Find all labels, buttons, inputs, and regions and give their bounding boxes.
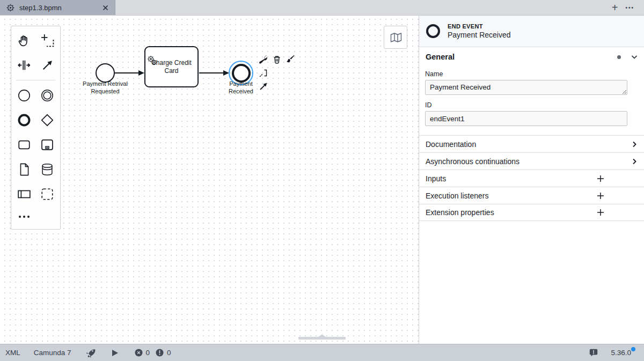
tab-step1-3-bpmn[interactable]: step1.3.bpmn [0, 0, 115, 15]
space-tool[interactable] [12, 53, 36, 77]
sequence-flows [0, 16, 419, 344]
wrench-icon[interactable] [259, 55, 268, 64]
create-participant[interactable] [12, 182, 36, 207]
deploy-rocket-icon[interactable] [86, 348, 96, 358]
feedback-icon[interactable] [589, 349, 598, 357]
map-icon [389, 31, 402, 44]
id-input[interactable] [425, 111, 627, 126]
name-field-group: Name Payment Received [425, 70, 638, 97]
group-general-title: General [426, 53, 455, 61]
error-count: 0 [146, 349, 150, 357]
plus-icon[interactable] [597, 175, 604, 182]
error-icon [135, 349, 143, 357]
new-tab-button[interactable]: + [612, 2, 618, 13]
section-extension-properties[interactable]: Extension properties [419, 204, 644, 221]
section-inputs[interactable]: Inputs [419, 170, 644, 187]
create-gateway[interactable] [36, 108, 60, 132]
chevron-right-icon[interactable] [632, 158, 637, 165]
create-start-event[interactable] [12, 83, 36, 108]
status-bar-right: 5.36.0 [589, 349, 644, 357]
edited-dot [617, 55, 621, 59]
tab-bar-actions: + ••• [612, 0, 644, 15]
palette-separator [16, 80, 55, 80]
version-label: 5.36.0 [611, 349, 631, 357]
service-task-shape[interactable]: Charge Credit Card [144, 46, 199, 87]
update-available-dot [631, 347, 635, 351]
start-event-shape[interactable] [96, 63, 115, 83]
problems-indicator[interactable]: 0 0 [135, 349, 174, 357]
bottom-panel-resize-handle[interactable] [298, 337, 346, 340]
create-data-store[interactable] [36, 157, 60, 182]
end-event-icon [426, 24, 440, 38]
properties-panel: END EVENT Payment Received General Name … [419, 16, 644, 344]
create-data-object[interactable] [12, 157, 36, 182]
section-execution-listeners[interactable]: Execution listeners [419, 187, 644, 204]
create-subprocess[interactable] [36, 132, 60, 157]
warning-count: 0 [167, 349, 171, 357]
service-task-gears-icon [147, 48, 158, 74]
start-event-label: Payment Retrival Requested [73, 80, 137, 95]
name-input[interactable]: Payment Received [425, 80, 627, 95]
properties-header: END EVENT Payment Received [419, 16, 644, 47]
close-icon[interactable] [101, 4, 109, 12]
play-icon[interactable] [112, 349, 119, 357]
section-documentation[interactable]: Documentation [419, 135, 644, 152]
hand-tool[interactable] [12, 28, 36, 53]
plus-icon[interactable] [597, 209, 604, 216]
plus-icon[interactable] [597, 192, 604, 200]
element-name: Payment Received [448, 31, 511, 39]
connect-arrow-icon[interactable] [259, 82, 268, 91]
more-tools-icon[interactable] [12, 207, 59, 227]
tab-bar: step1.3.bpmn + ••• [0, 0, 644, 16]
end-event-shape[interactable] [232, 64, 251, 83]
chevron-right-icon[interactable] [632, 141, 637, 148]
id-field-label: ID [425, 101, 638, 109]
global-connect-tool[interactable] [36, 53, 60, 77]
tab-overflow-button[interactable]: ••• [625, 5, 634, 11]
version-indicator[interactable]: 5.36.0 [611, 349, 631, 357]
id-field-group: ID [425, 101, 638, 126]
section-asynchronous-continuations[interactable]: Asynchronous continuations [419, 152, 644, 170]
trash-icon[interactable] [272, 55, 281, 64]
diagram-canvas[interactable]: Payment Retrival Requested Charge Credit… [0, 16, 419, 344]
group-general[interactable]: General [419, 48, 644, 65]
engine-profile[interactable]: Camunda 7 [34, 349, 71, 357]
create-intermediate-event[interactable] [36, 83, 60, 108]
element-type: END EVENT [448, 23, 511, 30]
context-pad [259, 55, 296, 95]
warning-icon [156, 349, 164, 357]
xml-toggle[interactable]: XML [5, 349, 20, 357]
process-gear-icon [6, 4, 14, 12]
create-task[interactable] [12, 132, 36, 157]
lasso-tool[interactable] [36, 28, 60, 53]
minimap-toggle-button[interactable] [384, 26, 407, 49]
section-list: Documentation Asynchronous continuations… [419, 135, 644, 221]
text-annotation-icon[interactable] [259, 68, 268, 77]
camunda-modeler-window: step1.3.bpmn + ••• [0, 0, 644, 361]
tool-palette [11, 26, 61, 230]
tab-title: step1.3.bpmn [19, 4, 97, 12]
chevron-down-icon[interactable] [631, 55, 638, 60]
create-group[interactable] [36, 182, 60, 207]
status-bar: XML Camunda 7 0 0 [0, 344, 644, 361]
name-field-label: Name [425, 70, 638, 78]
brush-icon[interactable] [286, 55, 295, 64]
create-end-event[interactable] [12, 108, 36, 132]
